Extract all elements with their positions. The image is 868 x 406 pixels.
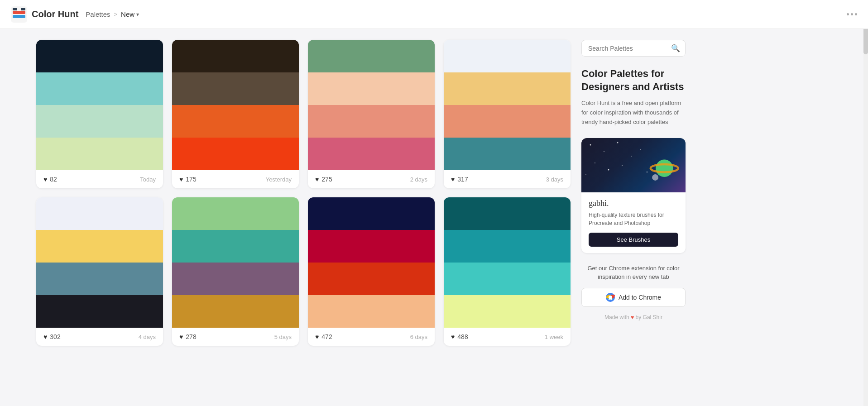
sidebar-description: Color Hunt is a free and open platform f… <box>581 99 686 127</box>
svg-rect-2 <box>13 15 25 18</box>
color-strip <box>308 295 435 328</box>
logo-text: Color Hunt <box>32 9 78 19</box>
palette-card[interactable]: ♥2752 days <box>308 40 435 188</box>
main-layout: ♥82Today♥175Yesterday♥2752 days♥3173 day… <box>0 29 868 357</box>
like-count: 275 <box>321 176 332 183</box>
add-to-chrome-button[interactable]: Add to Chrome <box>581 288 686 307</box>
color-strip <box>172 295 299 328</box>
color-strip <box>444 295 571 328</box>
color-strip <box>444 230 571 263</box>
svg-point-11 <box>585 174 586 175</box>
heart-icon: ♥ <box>451 333 455 340</box>
logo-area[interactable]: Color Hunt <box>11 6 78 23</box>
color-strip <box>36 105 163 138</box>
palette-card[interactable]: ♥4726 days <box>308 197 435 346</box>
like-count: 278 <box>186 333 196 340</box>
breadcrumb: Palettes > New ▾ <box>86 10 139 18</box>
like-count: 317 <box>457 176 468 183</box>
palette-footer: ♥2785 days <box>172 328 299 346</box>
palette-card[interactable]: ♥2785 days <box>172 197 299 346</box>
heart-icon: ♥ <box>315 333 319 340</box>
palette-colors <box>172 40 299 170</box>
svg-point-10 <box>608 169 609 170</box>
search-input[interactable] <box>588 45 667 52</box>
color-strip <box>444 72 571 105</box>
palette-footer: ♥4726 days <box>308 328 435 346</box>
chrome-icon <box>606 293 615 302</box>
svg-rect-4 <box>21 8 25 10</box>
likes: ♥275 <box>315 176 332 183</box>
palette-card[interactable]: ♥4881 week <box>444 197 571 346</box>
sidebar: 🔍 Color Palettes for Designers and Artis… <box>581 40 686 346</box>
breadcrumb-palettes[interactable]: Palettes <box>86 10 110 18</box>
heart-icon: ♥ <box>43 176 47 183</box>
chrome-ext-description: Get our Chrome extension for color inspi… <box>581 264 686 282</box>
color-strip <box>172 72 299 105</box>
color-strip <box>308 72 435 105</box>
made-with-text: Made with ♥ by Gal Shir <box>581 314 686 320</box>
heart-icon: ♥ <box>179 333 183 340</box>
heart-icon: ♥ <box>451 176 455 183</box>
color-strip <box>36 263 163 295</box>
color-strip <box>444 105 571 138</box>
like-count: 175 <box>186 176 196 183</box>
header-menu-dots[interactable] <box>847 13 857 15</box>
likes: ♥317 <box>451 176 468 183</box>
dot-2 <box>851 13 853 15</box>
made-by-label: by Gal Shir <box>636 314 662 320</box>
heart-icon: ♥ <box>43 333 47 340</box>
palette-footer: ♥2752 days <box>308 170 435 188</box>
ad-image-area <box>581 138 686 192</box>
nav-filter-dropdown[interactable]: New ▾ <box>121 10 139 18</box>
svg-point-7 <box>617 142 619 143</box>
palette-colors <box>444 197 571 328</box>
dot-1 <box>847 13 849 15</box>
svg-point-14 <box>647 171 648 172</box>
likes: ♥175 <box>179 176 197 183</box>
palette-card[interactable]: ♥3024 days <box>36 197 163 346</box>
like-count: 488 <box>457 333 468 340</box>
palette-card[interactable]: ♥82Today <box>36 40 163 188</box>
color-strip <box>308 197 435 230</box>
like-count: 302 <box>50 333 60 340</box>
time-label: Yesterday <box>266 176 292 183</box>
palette-colors <box>308 197 435 328</box>
color-strip <box>308 230 435 263</box>
ad-card: gabhi. High-quality texture brushes for … <box>581 138 686 253</box>
chrome-extension-section: Get our Chrome extension for color inspi… <box>581 264 686 307</box>
color-strip <box>444 40 571 72</box>
palette-colors <box>36 197 163 328</box>
palette-colors <box>172 197 299 328</box>
sidebar-title: Color Palettes for Designers and Artists <box>581 67 686 93</box>
color-strip <box>308 40 435 72</box>
heart-icon: ♥ <box>631 314 635 320</box>
svg-point-12 <box>622 165 623 166</box>
search-icon: 🔍 <box>671 44 680 53</box>
svg-rect-3 <box>13 8 17 10</box>
palette-grid: ♥82Today♥175Yesterday♥2752 days♥3173 day… <box>36 40 571 346</box>
likes: ♥302 <box>43 333 61 340</box>
likes: ♥82 <box>43 176 57 183</box>
svg-rect-1 <box>13 11 25 14</box>
heart-icon: ♥ <box>179 176 183 183</box>
see-brushes-button[interactable]: See Brushes <box>589 233 678 247</box>
time-label: 3 days <box>546 176 563 183</box>
color-strip <box>36 40 163 72</box>
nav-filter-label: New <box>121 10 134 18</box>
palette-card[interactable]: ♥175Yesterday <box>172 40 299 188</box>
palette-footer: ♥3024 days <box>36 328 163 346</box>
palette-card[interactable]: ♥3173 days <box>444 40 571 188</box>
color-strip <box>172 263 299 295</box>
color-strip <box>444 263 571 295</box>
ad-stars <box>581 138 686 192</box>
time-label: 5 days <box>274 334 292 340</box>
palette-colors <box>444 40 571 170</box>
add-to-chrome-label: Add to Chrome <box>619 294 661 301</box>
made-with-label: Made with <box>604 314 629 320</box>
ad-description: High-quality texture brushes for Procrea… <box>589 211 678 227</box>
time-label: 4 days <box>139 334 156 340</box>
search-box[interactable]: 🔍 <box>581 40 686 57</box>
chevron-down-icon: ▾ <box>136 11 139 18</box>
scrollbar[interactable] <box>863 0 868 406</box>
palette-colors <box>36 40 163 170</box>
